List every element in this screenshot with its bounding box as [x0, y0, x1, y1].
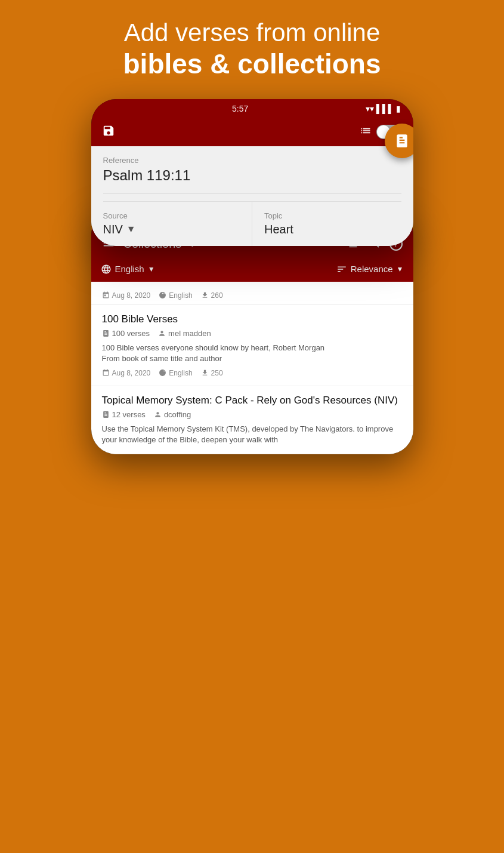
- reference-label: Reference: [91, 146, 413, 167]
- item-desc: 100 Bible verses everyone should know by…: [102, 343, 403, 364]
- partial-item: Aug 8, 2020 English 260: [91, 282, 413, 305]
- item-downloads: 250: [201, 369, 223, 377]
- app-bar-top: [91, 118, 413, 146]
- item-author: mel madden: [158, 329, 211, 338]
- source-label: Source: [103, 211, 240, 220]
- phone-top: 5:57 ▾▾ ▌▌▌ ▮: [91, 99, 413, 246]
- language-dropdown-arrow: ▼: [148, 265, 155, 273]
- source-field[interactable]: Source NIV ▼: [91, 202, 253, 246]
- sort-filter[interactable]: Relevance ▼: [336, 264, 404, 275]
- item-footer: Aug 8, 2020 English 250: [102, 369, 403, 377]
- item-verses: 100 verses: [102, 329, 150, 338]
- item-language: English: [159, 369, 192, 377]
- sort-filter-label: Relevance: [351, 264, 393, 274]
- phone-stack: 5:57 ▾▾ ▌▌▌ ▮: [79, 99, 425, 455]
- item-meta: 100 verses mel madden: [102, 329, 403, 338]
- signal-icon: ▌▌▌: [376, 104, 394, 113]
- topic-field[interactable]: Topic Heart: [252, 202, 413, 246]
- headline-line2: bibles & collections: [123, 48, 381, 81]
- item-desc-2: Use the Topical Memory System Kit (TMS),…: [102, 424, 403, 445]
- phone-bottom: 6:07 ▾▾ ▌▌▌ ▮ Collections ✓: [91, 210, 413, 455]
- partial-date: Aug 8, 2020: [102, 291, 151, 300]
- item-title-2: Topical Memory System: C Pack - Rely on …: [102, 395, 403, 407]
- language-filter-label: English: [115, 264, 144, 274]
- sort-dropdown-arrow: ▼: [397, 265, 404, 273]
- list-content: Aug 8, 2020 English 260 100 Bible Verses: [91, 282, 413, 455]
- list-item[interactable]: Topical Memory System: C Pack - Rely on …: [91, 386, 413, 454]
- item-verses-2: 12 verses: [102, 410, 146, 419]
- source-dropdown-arrow: ▼: [126, 224, 136, 235]
- item-date: Aug 8, 2020: [102, 369, 151, 377]
- battery-icon: ▮: [396, 104, 401, 113]
- reference-value: Psalm 119:11: [91, 167, 413, 193]
- topic-label: Topic: [264, 211, 401, 220]
- language-filter[interactable]: English ▼: [101, 264, 155, 275]
- partial-item-footer: Aug 8, 2020 English 260: [102, 291, 403, 300]
- list-view-icon: [360, 125, 372, 140]
- fields-row: Source NIV ▼ Topic Heart: [91, 202, 413, 246]
- filter-bar: English ▼ Relevance ▼: [91, 259, 413, 282]
- status-bar-top: 5:57 ▾▾ ▌▌▌ ▮: [91, 99, 413, 118]
- status-icons-top: ▾▾ ▌▌▌ ▮: [366, 104, 401, 113]
- item-meta-2: 12 verses dcoffing: [102, 410, 403, 419]
- status-time-top: 5:57: [232, 104, 248, 113]
- wifi-icon: ▾▾: [366, 104, 374, 113]
- source-value: NIV ▼: [103, 223, 240, 236]
- partial-downloads: 260: [201, 291, 223, 300]
- save-icon[interactable]: [102, 124, 115, 140]
- item-author-2: dcoffing: [154, 410, 191, 419]
- partial-language: English: [159, 291, 192, 300]
- list-item[interactable]: 100 Bible Verses 100 verses mel madden 1…: [91, 305, 413, 386]
- item-title: 100 Bible Verses: [102, 313, 403, 325]
- headline: Add verses from online bibles & collecti…: [123, 18, 381, 81]
- topic-value: Heart: [264, 223, 401, 236]
- headline-line1: Add verses from online: [123, 18, 381, 48]
- content-area-top: Reference Psalm 119:11 Source NIV ▼ Topi…: [91, 146, 413, 246]
